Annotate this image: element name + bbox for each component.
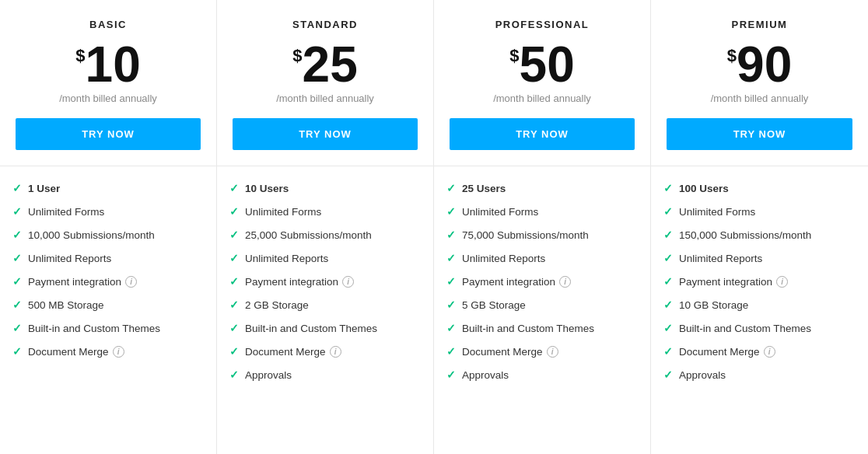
list-item: ✓Unlimited Reports [663, 252, 856, 264]
checkmark-icon: ✓ [229, 275, 239, 288]
list-item: ✓500 MB Storage [12, 299, 204, 311]
try-now-button-premium[interactable]: TRY NOW [667, 118, 852, 150]
feature-text: Document Merge [679, 346, 760, 358]
checkmark-icon: ✓ [229, 229, 239, 241]
list-item: ✓Document Mergei [446, 345, 638, 358]
plan-price-wrap-professional: $50 [450, 40, 635, 89]
feature-label: Unlimited Reports [28, 253, 111, 264]
feature-label: Document Mergei [245, 346, 341, 358]
feature-label: Unlimited Forms [28, 206, 104, 218]
plan-col-standard: STANDARD$25/month billed annuallyTRY NOW… [217, 0, 434, 454]
plan-price-wrap-standard: $25 [233, 40, 418, 89]
feature-text: 75,000 Submissions/month [462, 229, 589, 241]
checkmark-icon: ✓ [663, 205, 673, 218]
checkmark-icon: ✓ [663, 229, 673, 241]
feature-text: 100 Users [679, 183, 729, 194]
list-item: ✓Built-in and Custom Themes [12, 322, 204, 334]
try-now-button-basic[interactable]: TRY NOW [16, 118, 201, 150]
info-icon[interactable]: i [764, 346, 775, 358]
checkmark-icon: ✓ [446, 205, 456, 218]
feature-label: Built-in and Custom Themes [245, 323, 377, 334]
plan-col-professional: PROFESSIONAL$50/month billed annuallyTRY… [434, 0, 651, 454]
info-icon[interactable]: i [559, 276, 571, 288]
list-item: ✓10 Users [229, 182, 421, 194]
checkmark-icon: ✓ [663, 345, 673, 358]
list-item: ✓Document Mergei [663, 345, 856, 358]
feature-label: 25,000 Submissions/month [245, 229, 372, 241]
list-item: ✓25 Users [446, 182, 638, 194]
checkmark-icon: ✓ [663, 275, 673, 288]
plan-currency-professional: $ [509, 47, 519, 65]
info-icon[interactable]: i [547, 346, 558, 358]
list-item: ✓Approvals [663, 368, 856, 381]
info-icon[interactable]: i [125, 276, 137, 288]
list-item: ✓Built-in and Custom Themes [446, 322, 638, 334]
plan-billing-standard: /month billed annually [233, 93, 418, 104]
feature-text: Unlimited Forms [28, 206, 104, 218]
checkmark-icon: ✓ [12, 275, 22, 288]
plan-header-basic: BASIC$10/month billed annuallyTRY NOW [0, 0, 216, 166]
plan-header-premium: PREMIUM$90/month billed annuallyTRY NOW [651, 0, 868, 166]
feature-label: 75,000 Submissions/month [462, 229, 589, 241]
list-item: ✓Unlimited Forms [12, 205, 204, 218]
feature-text: Unlimited Forms [245, 206, 321, 218]
plan-currency-standard: $ [292, 47, 302, 65]
checkmark-icon: ✓ [446, 229, 456, 241]
plan-header-standard: STANDARD$25/month billed annuallyTRY NOW [217, 0, 433, 166]
feature-text: 10 Users [245, 183, 289, 194]
try-now-button-professional[interactable]: TRY NOW [450, 118, 635, 150]
list-item: ✓Built-in and Custom Themes [663, 322, 856, 334]
checkmark-icon: ✓ [12, 299, 22, 311]
plan-billing-professional: /month billed annually [450, 93, 635, 104]
plan-price-wrap-basic: $10 [16, 40, 201, 89]
checkmark-icon: ✓ [446, 368, 456, 381]
plan-name-standard: STANDARD [233, 19, 418, 30]
info-icon[interactable]: i [776, 276, 788, 288]
list-item: ✓Payment integrationi [446, 275, 638, 288]
plan-amount-professional: 50 [520, 40, 575, 89]
list-item: ✓5 GB Storage [446, 299, 638, 311]
checkmark-icon: ✓ [663, 299, 673, 311]
plan-amount-standard: 25 [303, 40, 358, 89]
info-icon[interactable]: i [342, 276, 354, 288]
feature-text: Unlimited Forms [462, 206, 538, 218]
feature-text: Unlimited Reports [462, 253, 545, 264]
plan-features-premium: ✓100 Users✓Unlimited Forms✓150,000 Submi… [651, 166, 868, 454]
info-icon[interactable]: i [330, 346, 341, 358]
info-icon[interactable]: i [113, 346, 124, 358]
checkmark-icon: ✓ [229, 322, 239, 334]
list-item: ✓Unlimited Forms [229, 205, 421, 218]
feature-label: 5 GB Storage [462, 299, 526, 311]
plan-features-basic: ✓1 User✓Unlimited Forms✓10,000 Submissio… [0, 166, 216, 454]
feature-label: 25 Users [462, 183, 506, 194]
plan-features-professional: ✓25 Users✓Unlimited Forms✓75,000 Submiss… [434, 166, 650, 454]
try-now-button-standard[interactable]: TRY NOW [233, 118, 418, 150]
feature-text: Unlimited Reports [28, 253, 111, 264]
plan-currency-basic: $ [75, 47, 85, 65]
feature-text: Unlimited Forms [679, 206, 755, 218]
plan-price-wrap-premium: $90 [667, 40, 852, 89]
feature-text: 1 User [28, 183, 60, 194]
feature-text: 500 MB Storage [28, 299, 104, 311]
checkmark-icon: ✓ [229, 299, 239, 311]
checkmark-icon: ✓ [229, 205, 239, 218]
list-item: ✓Document Mergei [229, 345, 421, 358]
feature-text: Approvals [679, 369, 726, 381]
feature-label: Built-in and Custom Themes [462, 323, 594, 334]
list-item: ✓Payment integrationi [663, 275, 856, 288]
plan-amount-basic: 10 [86, 40, 141, 89]
checkmark-icon: ✓ [446, 252, 456, 264]
feature-text: 25,000 Submissions/month [245, 229, 372, 241]
feature-label: 1 User [28, 183, 60, 194]
plan-currency-premium: $ [727, 47, 737, 65]
checkmark-icon: ✓ [663, 182, 673, 194]
checkmark-icon: ✓ [663, 252, 673, 264]
feature-text: Payment integration [679, 276, 772, 288]
list-item: ✓Unlimited Forms [663, 205, 856, 218]
feature-label: Document Mergei [679, 346, 775, 358]
feature-text: 150,000 Submissions/month [679, 229, 811, 241]
list-item: ✓Built-in and Custom Themes [229, 322, 421, 334]
feature-label: 150,000 Submissions/month [679, 229, 811, 241]
feature-text: 10,000 Submissions/month [28, 229, 155, 241]
list-item: ✓25,000 Submissions/month [229, 229, 421, 241]
